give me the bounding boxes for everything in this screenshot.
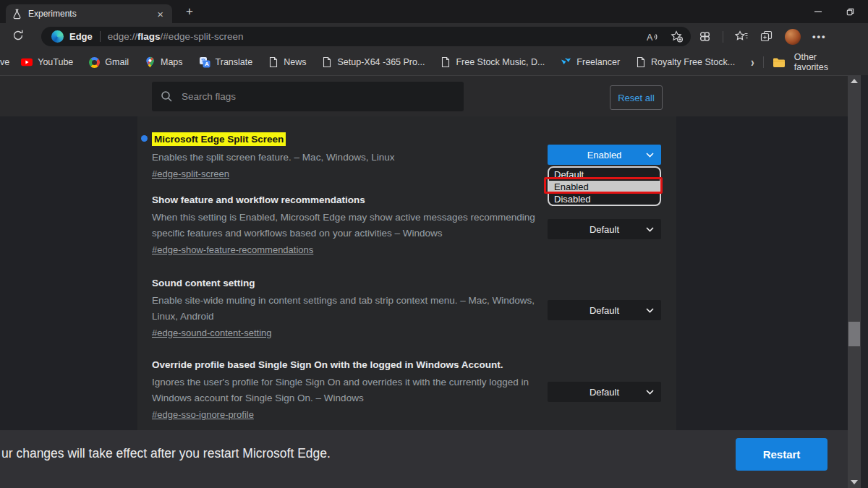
vertical-scrollbar[interactable]: [848, 75, 861, 488]
bookmark-item-royalty-free-stock[interactable]: Royalty Free Stock...: [636, 56, 735, 68]
bookmarks-bar: ve YouTube Gmail Maps: [0, 49, 868, 75]
bookmark-item-news[interactable]: News: [268, 56, 306, 68]
dropdown-option-disabled[interactable]: Disabled: [549, 193, 660, 205]
flag-description: Enable site-wide muting in content setti…: [152, 293, 546, 325]
flag-entry-sound-content: Sound content setting Enable site-wide m…: [152, 277, 546, 341]
other-favorites-label[interactable]: Other favorites: [794, 52, 852, 72]
youtube-icon: [21, 56, 33, 68]
bookmark-item-gmail[interactable]: Gmail: [89, 57, 129, 68]
chevron-down-icon: [646, 227, 654, 232]
site-info-label[interactable]: Edge: [69, 31, 93, 42]
flag-anchor-link[interactable]: #edge-sso-ignore-profile: [152, 408, 254, 422]
flag-anchor-link[interactable]: #edge-show-feature-recommendations: [152, 243, 313, 257]
window-edge-strip: [861, 75, 868, 488]
flags-content: Microsoft Edge Split Screen Enables the …: [0, 116, 868, 430]
google-icon: [89, 57, 100, 68]
favorites-icon[interactable]: [735, 30, 749, 43]
tab-close-icon[interactable]: ×: [154, 9, 166, 20]
svg-text:A: A: [205, 61, 209, 67]
profile-avatar[interactable]: [785, 29, 801, 45]
browser-tab-experiments[interactable]: Experiments ×: [6, 4, 172, 23]
address-bar[interactable]: Edge edge://flags/#edge-split-screen A: [41, 27, 691, 46]
collections-icon[interactable]: [760, 30, 773, 43]
refresh-button[interactable]: [12, 29, 25, 42]
bookmark-item[interactable]: ve: [0, 57, 9, 67]
flag-title: Sound content setting: [152, 277, 546, 289]
svg-text:A: A: [647, 32, 653, 42]
flag-select-sso-ignore-profile[interactable]: Default: [548, 382, 661, 402]
flag-description: Ignores the user's profile for Single Si…: [152, 374, 546, 406]
bookmark-item-setup[interactable]: Setup-X64 -365 Pro...: [322, 56, 425, 68]
bookmark-item-translate[interactable]: A Translate: [199, 56, 253, 68]
search-flags-input[interactable]: [180, 90, 455, 103]
maps-icon: [145, 56, 156, 68]
reset-all-button[interactable]: Reset all: [610, 85, 663, 110]
bookmark-item-youtube[interactable]: YouTube: [21, 56, 73, 68]
search-flags-box[interactable]: [152, 82, 464, 111]
chevron-down-icon: [646, 390, 654, 395]
url-text: edge://flags/#edge-split-screen: [108, 31, 244, 42]
add-favorite-icon[interactable]: [671, 30, 684, 43]
freelancer-icon: [561, 57, 571, 67]
titlebar: Experiments × +: [0, 0, 868, 23]
scrollbar-thumb[interactable]: [848, 322, 860, 346]
bookmark-item-free-stock-music[interactable]: Free Stock Music, D...: [441, 56, 545, 68]
tab-title: Experiments: [28, 9, 154, 19]
window-minimize-button[interactable]: [806, 0, 830, 23]
flag-entry-sso-ignore-profile: Override profile based Single Sign On wi…: [152, 359, 546, 422]
flag-entry-feature-recommendations: Show feature and workflow recommendation…: [152, 194, 546, 257]
document-icon: [268, 56, 278, 68]
bookmarks-overflow-icon[interactable]: ›: [751, 55, 754, 70]
document-icon: [322, 56, 332, 68]
flag-description: When this setting is Enabled, Microsoft …: [152, 210, 546, 241]
dropdown-option-default[interactable]: Default: [549, 168, 660, 181]
bookmark-item-maps[interactable]: Maps: [145, 56, 183, 68]
extensions-icon[interactable]: [699, 30, 711, 43]
document-icon: [441, 56, 451, 68]
flag-select-feature-recommendations[interactable]: Default: [548, 219, 661, 239]
search-icon: [161, 90, 173, 103]
flag-title: Override profile based Single Sign On wi…: [152, 359, 546, 371]
new-tab-button[interactable]: +: [182, 5, 197, 17]
flag-anchor-link[interactable]: #edge-sound-content-setting: [152, 326, 272, 341]
bookmarks-separator: [763, 56, 764, 68]
flags-header: Reset all: [0, 75, 868, 116]
flag-title: Show feature and workflow recommendation…: [152, 194, 546, 206]
flag-entry-split-screen: Microsoft Edge Split Screen Enables the …: [152, 132, 546, 181]
flag-anchor-link[interactable]: #edge-split-screen: [152, 167, 229, 181]
toolbar: Edge edge://flags/#edge-split-screen A: [0, 23, 868, 49]
flag-select-split-screen[interactable]: Enabled: [548, 145, 661, 165]
scroll-down-icon[interactable]: [851, 480, 858, 484]
document-icon: [636, 56, 646, 68]
highlighted-flag-title: Microsoft Edge Split Screen: [152, 132, 286, 146]
chevron-down-icon: [646, 153, 654, 158]
flag-select-sound-content[interactable]: Default: [548, 300, 661, 320]
edge-logo-icon: [51, 30, 64, 43]
restart-message: ur changes will take effect after you re…: [1, 446, 331, 461]
flask-icon: [12, 9, 22, 20]
settings-menu-icon[interactable]: •••: [812, 31, 827, 42]
restart-bar: ur changes will take effect after you re…: [0, 430, 868, 488]
chevron-down-icon: [646, 308, 654, 313]
toolbar-separator: [723, 31, 723, 43]
restart-button[interactable]: Restart: [736, 438, 827, 471]
window-restore-button[interactable]: [838, 0, 862, 23]
bookmark-item-freelancer[interactable]: Freelancer: [561, 57, 620, 67]
flag-select-dropdown-menu: Default Enabled Disabled: [548, 166, 661, 206]
dropdown-option-enabled[interactable]: Enabled: [549, 181, 660, 193]
flags-list-column: Microsoft Edge Split Screen Enables the …: [137, 116, 676, 430]
flag-description: Enables the split screen feature. – Mac,…: [152, 150, 546, 166]
address-divider: [100, 31, 101, 42]
read-aloud-icon[interactable]: A: [647, 31, 660, 43]
scroll-up-icon[interactable]: [851, 79, 858, 83]
flag-title: Microsoft Edge Split Screen: [152, 132, 546, 146]
modified-flag-dot: [141, 135, 148, 142]
translate-icon: A: [199, 56, 210, 68]
folder-icon: [773, 57, 786, 68]
